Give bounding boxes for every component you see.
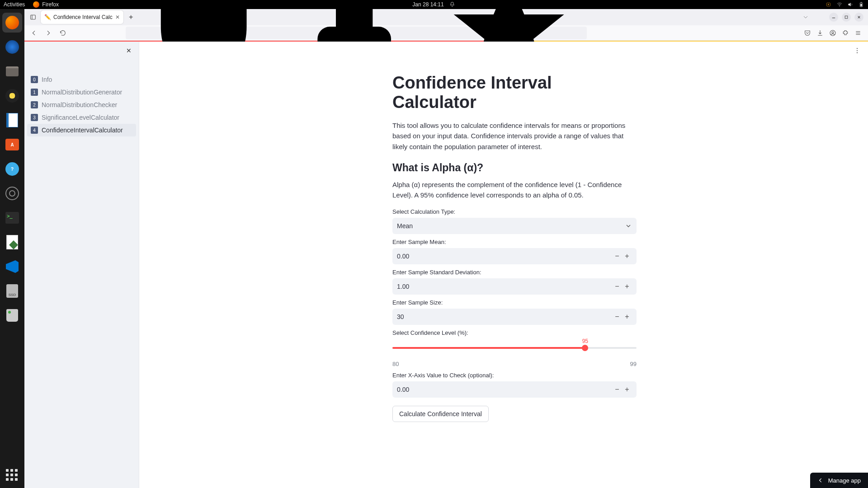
active-app-indicator[interactable]: Firefox xyxy=(33,1,59,8)
svg-rect-4 xyxy=(860,4,862,6)
calculate-button[interactable]: Calculate Confidence Interval xyxy=(392,406,489,422)
activities-button[interactable]: Activities xyxy=(4,1,25,8)
url-field[interactable]: https://statisticsapp.streamlit.app/Conf… xyxy=(126,27,587,39)
window-minimize-button[interactable] xyxy=(829,13,838,22)
slider-value-label: 95 xyxy=(582,338,588,344)
sample-sd-input[interactable]: 1.00 −+ xyxy=(392,278,637,295)
sidebar-item-normaldistributiongenerator[interactable]: 1NormalDistributionGenerator xyxy=(27,86,136,99)
chevron-left-icon xyxy=(817,477,824,483)
active-app-label: Firefox xyxy=(42,1,59,8)
url-bar: https://statisticsapp.streamlit.app/Conf… xyxy=(24,25,868,41)
page-title: Confidence Interval Calculator xyxy=(392,73,637,112)
sidebar-item-normaldistributionchecker[interactable]: 2NormalDistributionChecker xyxy=(27,99,136,111)
streamlit-main: Confidence Interval Calculator This tool… xyxy=(139,42,868,488)
dock-firefox[interactable] xyxy=(2,13,22,33)
dock-help[interactable]: ? xyxy=(2,159,22,179)
sample-size-value: 30 xyxy=(397,313,612,320)
xaxis-increment[interactable]: + xyxy=(622,385,632,394)
tab-close-button[interactable]: ✕ xyxy=(115,14,120,20)
manage-app-label: Manage app xyxy=(828,477,861,484)
sidebar-close-button[interactable]: ✕ xyxy=(123,45,134,56)
wifi-icon[interactable] xyxy=(836,1,843,8)
sample-mean-input[interactable]: 0.00 −+ xyxy=(392,248,637,264)
dock-vscode[interactable] xyxy=(2,257,22,277)
screen-record-icon[interactable] xyxy=(826,1,832,8)
sample-mean-increment[interactable]: + xyxy=(622,251,632,261)
dock-trash[interactable] xyxy=(2,305,22,325)
dock-obs[interactable] xyxy=(2,183,22,203)
dock-apps-grid[interactable] xyxy=(6,469,19,482)
firefox-icon xyxy=(33,1,39,8)
tabs-dropdown-icon[interactable] xyxy=(802,14,809,21)
sidebar-toggle-button[interactable] xyxy=(27,11,39,23)
svg-rect-9 xyxy=(845,16,848,19)
dock-gedit[interactable] xyxy=(2,232,22,252)
dock-files[interactable] xyxy=(2,61,22,81)
sample-mean-value: 0.00 xyxy=(397,253,612,260)
svg-point-1 xyxy=(828,4,829,5)
sample-size-input[interactable]: 30 −+ xyxy=(392,309,637,325)
xaxis-decrement[interactable]: − xyxy=(612,385,622,394)
conf-level-slider[interactable]: 95 xyxy=(392,341,637,359)
software-icon: A xyxy=(5,139,19,150)
svg-rect-6 xyxy=(31,15,36,19)
thunderbird-icon xyxy=(5,40,19,54)
manage-app-button[interactable]: Manage app xyxy=(810,473,868,488)
dock-software[interactable]: A xyxy=(2,135,22,155)
sidebar-item-badge: 1 xyxy=(31,89,38,96)
nav-forward-button[interactable] xyxy=(42,27,54,39)
sample-sd-value: 1.00 xyxy=(397,283,612,290)
calc-type-value: Mean xyxy=(397,222,413,230)
browser-tab[interactable]: ✏️ Confidence Interval Calc ✕ xyxy=(41,10,123,24)
sidebar-item-label: NormalDistributionChecker xyxy=(42,101,117,108)
xaxis-value: 0.00 xyxy=(397,386,612,393)
sidebar-item-badge: 3 xyxy=(31,114,38,121)
nav-reload-button[interactable] xyxy=(57,27,69,39)
svg-point-2 xyxy=(839,6,840,6)
sidebar-item-label: Info xyxy=(42,76,52,83)
sample-sd-label: Enter Sample Standard Deviation: xyxy=(392,269,637,276)
slider-max: 99 xyxy=(630,361,637,367)
sample-size-increment[interactable]: + xyxy=(622,312,632,322)
calc-type-select[interactable]: Mean xyxy=(392,218,637,234)
slider-thumb[interactable] xyxy=(582,345,588,351)
svg-point-20 xyxy=(857,52,858,53)
help-icon: ? xyxy=(5,162,19,176)
sidebar-item-info[interactable]: 0Info xyxy=(27,73,136,86)
sample-size-decrement[interactable]: − xyxy=(612,312,622,322)
account-icon[interactable] xyxy=(829,29,836,37)
writer-icon xyxy=(6,113,18,127)
pocket-icon[interactable] xyxy=(804,29,811,37)
dock-rhythmbox[interactable] xyxy=(2,86,22,106)
sidebar-item-confidenceintervalcalculator[interactable]: 4ConfidenceIntervalCalculator xyxy=(27,124,136,136)
files-icon xyxy=(6,66,19,76)
alpha-body: Alpha (α) represents the complement of t… xyxy=(392,179,637,201)
window-close-button[interactable] xyxy=(854,13,863,22)
streamlit-menu-button[interactable] xyxy=(852,45,863,56)
dock-terminal[interactable]: >_ xyxy=(2,208,22,228)
window-maximize-button[interactable] xyxy=(842,13,851,22)
sample-sd-increment[interactable]: + xyxy=(622,282,632,291)
dock-disk[interactable]: SSD xyxy=(2,281,22,301)
dock-writer[interactable] xyxy=(2,110,22,130)
svg-point-19 xyxy=(857,50,858,51)
sample-mean-decrement[interactable]: − xyxy=(612,251,622,261)
firefox-icon xyxy=(5,16,19,29)
slider-min: 80 xyxy=(392,361,399,367)
svg-point-18 xyxy=(857,48,858,49)
volume-icon[interactable] xyxy=(847,1,854,8)
sample-mean-label: Enter Sample Mean: xyxy=(392,239,637,245)
sample-size-label: Enter Sample Size: xyxy=(392,299,637,306)
sample-sd-decrement[interactable]: − xyxy=(612,282,622,291)
gedit-icon xyxy=(6,235,18,249)
sidebar-item-significancelevelcalculator[interactable]: 3SignificanceLevelCalculator xyxy=(27,111,136,124)
app-menu-icon[interactable] xyxy=(854,29,862,37)
dock-thunderbird[interactable] xyxy=(2,37,22,57)
downloads-icon[interactable] xyxy=(816,29,824,37)
power-icon[interactable] xyxy=(858,1,864,8)
xaxis-input[interactable]: 0.00 −+ xyxy=(392,381,637,398)
nav-back-button[interactable] xyxy=(28,27,40,39)
extensions-icon[interactable] xyxy=(842,29,849,37)
obs-icon xyxy=(5,187,19,200)
sidebar-item-label: NormalDistributionGenerator xyxy=(42,89,122,96)
